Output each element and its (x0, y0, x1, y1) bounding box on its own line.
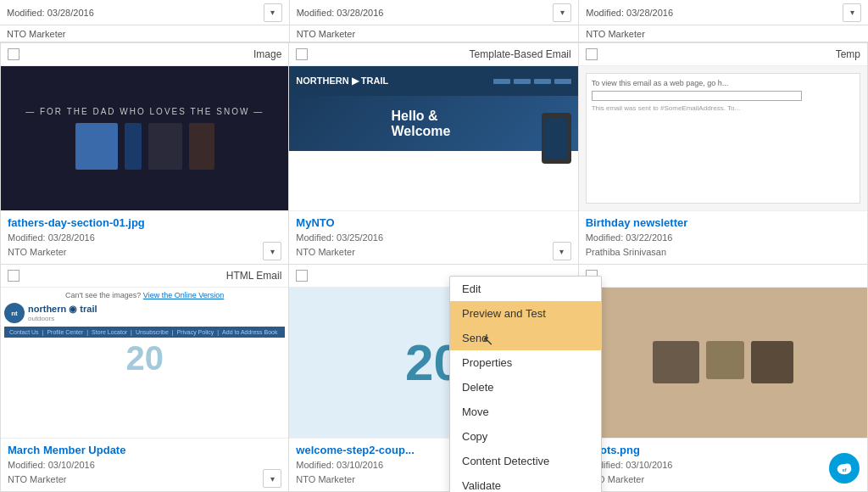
card-image-header: Image (1, 43, 288, 66)
top-card-3-dropdown[interactable]: ▾ (843, 3, 861, 22)
card-image-name: fathers-day-section-01.jpg (8, 216, 281, 229)
card-image-preview: — FOR THE DAD WHO LOVES THE SNOW — (1, 66, 288, 210)
card-image-footer: fathers-day-section-01.jpg Modified: 03/… (1, 210, 288, 264)
card-template-dropdown[interactable]: ▾ (553, 242, 571, 260)
context-menu-send[interactable]: Send ↖ (450, 326, 601, 350)
card-boots: Boots.png Modified: 03/10/2016 NTO Marke… (579, 265, 868, 492)
tpl-logo: NORTHERN ▶ TRAIL (296, 75, 388, 87)
tpl-device (542, 113, 571, 164)
banner-text: — FOR THE DAD WHO LOVES THE SNOW — (25, 107, 264, 116)
card-birthday-checkbox[interactable] (586, 48, 598, 60)
card-html-dropdown[interactable]: ▾ (263, 469, 281, 488)
card-boots-name: Boots.png (586, 444, 860, 456)
context-menu-validate[interactable]: Validate (450, 473, 601, 492)
card-birthday-meta: Modified: 03/22/2016 Prathiba Srinivasan (586, 231, 673, 260)
birthday-body-text: This email was sent to #SomeEmailAddress… (592, 104, 854, 112)
html-nav: Contact Us | Profile Center | Store Loca… (4, 327, 285, 338)
card-template-email: Template-Based Email NORTHERN ▶ TRAIL He… (289, 42, 578, 265)
top-card-2-owner: NTO Marketer (290, 25, 580, 42)
birthday-input-field (592, 91, 802, 101)
top-card-3-owner: NTO Marketer (579, 25, 868, 42)
context-menu-preview-and-test[interactable]: Preview and Test (450, 301, 601, 326)
product-1 (75, 123, 118, 170)
card-html-preview: Can't see the images? View the Online Ve… (1, 288, 288, 438)
boots-item-3 (751, 341, 793, 383)
html-logo-name: northern ◉ trail (28, 304, 97, 315)
context-menu-move[interactable]: Move (450, 400, 601, 424)
card-birthday-type: Temp (836, 48, 860, 60)
svg-text:sf: sf (842, 467, 846, 472)
salesforce-badge: sf (829, 453, 860, 484)
card-image-type: Image (253, 48, 281, 60)
product-3 (148, 123, 182, 170)
card-template-header: Template-Based Email (289, 43, 577, 66)
card-image-checkbox[interactable] (8, 48, 19, 60)
card-birthday-header: Temp (579, 43, 867, 66)
card-welcome-meta: Modified: 03/10/2016 NTO Marketer (296, 458, 383, 488)
top-card-3-meta: Modified: 03/28/2016 (586, 8, 673, 18)
context-menu: Edit Preview and Test Send ↖ Properties … (449, 276, 602, 492)
card-boots-footer: Boots.png Modified: 03/10/2016 NTO Marke… (579, 438, 867, 491)
top-card-1-dropdown[interactable]: ▾ (264, 3, 282, 22)
html-number: 20 (4, 341, 285, 375)
card-birthday-footer: Birthday newsletter Modified: 03/22/2016… (579, 210, 867, 264)
html-logo-sub: outdoors (28, 315, 97, 322)
card-html-name: March Member Update (8, 444, 281, 456)
context-menu-copy[interactable]: Copy (450, 424, 601, 449)
card-template-preview: NORTHERN ▶ TRAIL Hello &Welcome (289, 66, 577, 210)
card-html-meta: Modified: 03/10/2016 NTO Marketer (8, 458, 95, 488)
boots-item-1 (653, 341, 699, 383)
card-html-type: HTML Email (226, 270, 282, 282)
boots-items (653, 341, 793, 383)
card-boots-header (579, 265, 867, 288)
product-row (75, 123, 214, 170)
top-card-2-meta: Modified: 03/28/2016 (297, 8, 384, 18)
card-template-checkbox[interactable] (296, 48, 308, 60)
boots-item-2 (706, 341, 744, 379)
context-menu-properties[interactable]: Properties (450, 350, 601, 375)
top-card-1-meta: Modified: 03/28/2016 (7, 8, 94, 18)
card-image: Image — FOR THE DAD WHO LOVES THE SNOW —… (0, 42, 289, 265)
card-html-header: HTML Email (1, 265, 288, 288)
card-template-meta: Modified: 03/25/2016 NTO Marketer (296, 231, 383, 260)
product-4 (189, 123, 214, 170)
card-birthday: Temp To view this email as a web page, g… (579, 42, 868, 265)
card-welcome-checkbox[interactable] (296, 270, 308, 282)
card-template-type: Template-Based Email (470, 48, 571, 60)
context-menu-edit[interactable]: Edit (450, 277, 601, 301)
html-cant-see: Can't see the images? View the Online Ve… (4, 291, 285, 299)
html-logo-circle: nt (4, 303, 25, 323)
card-template-name: MyNTO (296, 216, 570, 229)
tpl-hero-text: Hello &Welcome (392, 109, 451, 139)
birthday-view-text: To view this email as a web page, go h..… (592, 79, 854, 87)
card-birthday-preview: To view this email as a web page, go h..… (579, 66, 867, 210)
top-card-2-dropdown[interactable]: ▾ (553, 3, 571, 22)
card-html-email: HTML Email Can't see the images? View th… (0, 265, 289, 492)
card-birthday-name: Birthday newsletter (586, 216, 860, 229)
cursor-icon: ↖ (482, 333, 493, 349)
card-boots-preview (579, 288, 867, 438)
card-html-checkbox[interactable] (8, 270, 19, 282)
card-html-footer: March Member Update Modified: 03/10/2016… (1, 438, 288, 491)
card-image-dropdown[interactable]: ▾ (263, 242, 281, 260)
context-menu-delete[interactable]: Delete (450, 375, 601, 400)
top-card-1-owner: NTO Marketer (0, 25, 290, 42)
card-template-footer: MyNTO Modified: 03/25/2016 NTO Marketer … (289, 210, 577, 264)
product-2 (125, 123, 142, 170)
card-image-meta: Modified: 03/28/2016 NTO Marketer (8, 231, 95, 260)
context-menu-content-detective[interactable]: Content Detective (450, 449, 601, 473)
